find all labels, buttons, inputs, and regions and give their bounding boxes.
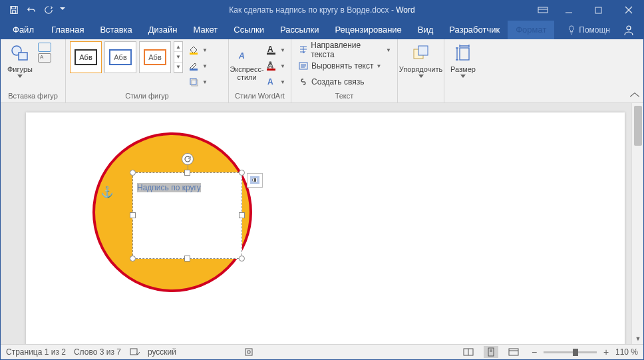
resize-handle-ne[interactable] [239, 170, 245, 176]
gallery-up-icon[interactable]: ▲ [174, 42, 182, 52]
scrollbar-thumb[interactable] [634, 106, 642, 146]
shape-style-gallery[interactable]: Абв Абв Абв ▲▼▼ [70, 41, 183, 73]
bucket-icon [188, 45, 200, 55]
maximize-button[interactable] [583, 1, 613, 19]
text-box[interactable]: Надпись по кругу [132, 172, 242, 259]
scroll-down-icon[interactable]: ▼ [632, 333, 644, 344]
arrange-button[interactable]: Упорядочить [402, 41, 440, 79]
ribbon-options-button[interactable] [532, 1, 554, 19]
tab-developer[interactable]: Разработчик [441, 21, 508, 39]
wordart-styles-button[interactable]: A Экспресс- стили [233, 41, 261, 83]
macro-button[interactable] [244, 347, 253, 357]
page-viewport[interactable]: ⚓ Надпись по кругу [1, 103, 631, 344]
svg-rect-19 [267, 69, 275, 71]
resize-handle-n[interactable] [184, 170, 190, 176]
tab-review[interactable]: Рецензирование [327, 21, 409, 39]
web-layout-button[interactable] [506, 346, 521, 358]
collapse-ribbon-button[interactable] [629, 90, 641, 100]
language-indicator[interactable]: русский [148, 347, 176, 357]
resize-handle-se[interactable] [239, 256, 245, 262]
zoom-level[interactable]: 110 % [615, 347, 638, 357]
layout-options-button[interactable] [247, 173, 263, 188]
svg-rect-10 [19, 53, 27, 60]
shape-effects-button[interactable]: ▼ [186, 75, 210, 89]
tab-mailings[interactable]: Рассылки [272, 21, 327, 39]
print-layout-button[interactable] [484, 346, 498, 358]
svg-rect-24 [460, 48, 469, 60]
zoom-slider[interactable] [544, 351, 597, 353]
text-effects-button[interactable]: A▼ [263, 75, 287, 89]
resize-handle-w[interactable] [130, 212, 136, 218]
text-box-content[interactable]: Надпись по кругу [137, 177, 238, 254]
draw-textbox-button[interactable]: A [38, 53, 51, 63]
redo-button[interactable] [41, 2, 57, 18]
resize-handle-e[interactable] [239, 212, 245, 218]
shapes-button[interactable]: Фигуры [5, 41, 35, 79]
text-fill-icon: A [265, 45, 277, 55]
tab-home[interactable]: Главная [43, 21, 92, 39]
lightbulb-icon [567, 25, 576, 35]
shape-outline-button[interactable]: ▼ [186, 59, 210, 73]
read-mode-button[interactable] [461, 346, 476, 358]
page-indicator[interactable]: Страница 1 из 2 [6, 347, 66, 357]
size-button[interactable]: Размер [448, 41, 478, 79]
group-arrange: Упорядочить [398, 39, 444, 102]
gallery-scroll[interactable]: ▲▼▼ [174, 41, 183, 73]
resize-handle-sw[interactable] [130, 256, 136, 262]
chevron-down-icon [17, 75, 23, 78]
zoom-out-button[interactable]: − [529, 347, 540, 357]
spellcheck-button[interactable] [129, 347, 140, 357]
text-fill-button[interactable]: A▼ [263, 43, 287, 57]
text-fill-tools: A▼ A▼ A▼ [263, 41, 287, 89]
align-text-button[interactable]: Выровнять текст▼ [295, 59, 393, 73]
tab-references[interactable]: Ссылки [226, 21, 272, 39]
window-controls [532, 1, 643, 19]
vertical-scrollbar[interactable]: ▼ [631, 103, 643, 344]
chevron-down-icon: ▼ [280, 47, 285, 53]
tab-layout[interactable]: Макет [185, 21, 226, 39]
account-button[interactable] [619, 21, 638, 39]
zoom-in-button[interactable]: + [601, 347, 611, 357]
pen-icon [188, 61, 200, 71]
rotate-handle[interactable] [182, 153, 194, 165]
style-preset-3[interactable]: Абв [139, 41, 171, 73]
shape-fill-button[interactable]: ▼ [186, 43, 210, 57]
group-size: Размер [444, 39, 482, 102]
selected-text: Надпись по кругу [137, 183, 201, 192]
minimize-button[interactable] [554, 1, 583, 19]
gallery-more-icon[interactable]: ▼ [174, 63, 182, 73]
close-button[interactable] [613, 1, 643, 19]
ribbon-tabs: Файл Главная Вставка Дизайн Макет Ссылки… [1, 19, 643, 39]
svg-rect-5 [595, 7, 601, 13]
save-button[interactable] [6, 2, 22, 18]
word-count[interactable]: Слово 3 из 7 [74, 347, 121, 357]
resize-handle-nw[interactable] [130, 170, 136, 176]
tell-me[interactable]: Помощн [562, 25, 615, 35]
style-preset-1[interactable]: Абв [70, 41, 102, 73]
gallery-down-icon[interactable]: ▼ [174, 52, 182, 62]
svg-text:A: A [267, 77, 273, 87]
resize-handle-s[interactable] [184, 256, 190, 262]
edit-shape-button[interactable] [38, 43, 51, 52]
svg-rect-12 [190, 69, 198, 71]
text-effects-icon: A [265, 77, 277, 87]
tab-file[interactable]: Файл [3, 21, 43, 39]
text-outline-button[interactable]: A▼ [263, 59, 287, 73]
tab-insert[interactable]: Вставка [92, 21, 140, 39]
wordart-label: Экспресс- стили [230, 65, 263, 81]
tab-view[interactable]: Вид [410, 21, 442, 39]
group-wordart-styles: A Экспресс- стили A▼ A▼ A▼ Стили WordArt [229, 39, 291, 102]
create-link-button[interactable]: Создать связь [295, 75, 393, 89]
link-icon [297, 77, 309, 87]
tab-format[interactable]: Формат [508, 21, 554, 39]
qat-more-button[interactable] [58, 2, 67, 18]
size-icon [452, 43, 474, 64]
tab-design[interactable]: Дизайн [140, 21, 186, 39]
style-preset-2[interactable]: Абв [104, 41, 136, 73]
text-direction-button[interactable]: Направление текста▼ [295, 43, 393, 57]
page[interactable]: ⚓ Надпись по кругу [26, 112, 625, 344]
undo-button[interactable] [23, 2, 39, 18]
zoom-control: − + 110 % [529, 347, 638, 357]
status-bar: Страница 1 из 2 Слово 3 из 7 русский − +… [1, 344, 643, 359]
zoom-slider-knob[interactable] [573, 349, 578, 356]
